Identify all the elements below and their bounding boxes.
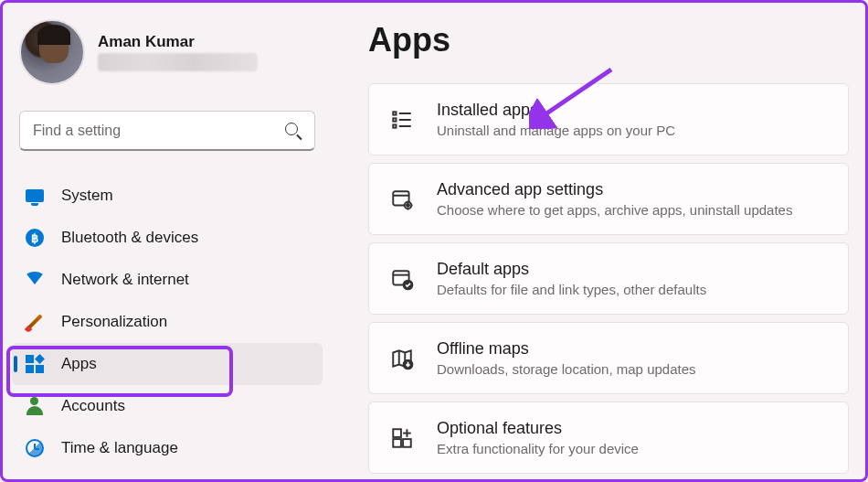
paintbrush-icon: [25, 312, 45, 332]
nav-label: Bluetooth & devices: [61, 229, 198, 247]
card-text: Default apps Defaults for file and link …: [437, 260, 706, 297]
user-email-redacted: [98, 53, 258, 71]
map-download-icon: [389, 346, 415, 371]
search-box[interactable]: [19, 111, 315, 151]
main-content: Apps Installed apps Uninstall and manage…: [332, 3, 865, 479]
apps-icon: [25, 354, 45, 374]
svg-rect-20: [393, 429, 401, 437]
card-desc: Uninstall and manage apps on your PC: [437, 123, 675, 138]
system-icon: [25, 186, 45, 206]
nav-label: Time & language: [61, 439, 178, 457]
nav-label: Accounts: [61, 397, 125, 415]
nav-list: System ฿ Bluetooth & devices Network & i…: [12, 175, 323, 469]
nav-label: System: [61, 187, 113, 205]
card-offline-maps[interactable]: Offline maps Downloads, storage location…: [368, 322, 849, 394]
search-icon: [285, 123, 302, 139]
card-default-apps[interactable]: Default apps Defaults for file and link …: [368, 242, 849, 315]
card-text: Installed apps Uninstall and manage apps…: [437, 101, 675, 138]
nav-label: Apps: [61, 355, 97, 373]
svg-point-9: [407, 203, 409, 206]
sidebar: Aman Kumar System ฿ Bluetooth & devices …: [3, 3, 332, 479]
card-installed-apps[interactable]: Installed apps Uninstall and manage apps…: [368, 83, 849, 155]
search-input[interactable]: [33, 123, 285, 139]
nav-label: Personalization: [61, 313, 167, 331]
nav-item-accounts[interactable]: Accounts: [12, 385, 323, 427]
page-title: Apps: [368, 21, 849, 59]
user-text: Aman Kumar: [98, 33, 258, 71]
clock-globe-icon: [25, 438, 45, 458]
card-title: Default apps: [437, 260, 706, 279]
grid-plus-icon: [389, 425, 415, 451]
svg-rect-4: [393, 124, 396, 127]
wifi-icon: [25, 270, 45, 290]
user-name: Aman Kumar: [98, 33, 258, 51]
card-advanced-apps[interactable]: Advanced app settings Choose where to ge…: [368, 163, 849, 235]
avatar: [19, 19, 85, 85]
person-icon: [25, 396, 45, 416]
nav-item-network[interactable]: Network & internet: [12, 259, 323, 301]
bluetooth-icon: ฿: [25, 228, 45, 248]
card-text: Optional features Extra functionality fo…: [437, 419, 639, 456]
nav-item-bluetooth[interactable]: ฿ Bluetooth & devices: [12, 217, 323, 259]
svg-rect-21: [393, 439, 401, 447]
nav-item-personalization[interactable]: Personalization: [12, 301, 323, 343]
svg-rect-2: [393, 118, 396, 121]
window-gear-icon: [389, 187, 415, 212]
card-desc: Extra functionality for your device: [437, 441, 639, 456]
window-check-icon: [389, 266, 415, 292]
card-optional-features[interactable]: Optional features Extra functionality fo…: [368, 402, 849, 474]
nav-item-time[interactable]: Time & language: [12, 427, 323, 469]
svg-rect-0: [393, 112, 396, 114]
nav-item-apps[interactable]: Apps: [12, 343, 323, 385]
card-title: Offline maps: [437, 339, 696, 359]
list-icon: [389, 107, 415, 133]
card-text: Offline maps Downloads, storage location…: [437, 339, 696, 377]
svg-rect-22: [403, 439, 411, 447]
nav-item-system[interactable]: System: [12, 175, 323, 217]
card-desc: Defaults for file and link types, other …: [437, 282, 706, 297]
card-title: Advanced app settings: [437, 180, 792, 199]
card-desc: Downloads, storage location, map updates: [437, 361, 696, 377]
card-desc: Choose where to get apps, archive apps, …: [437, 202, 792, 218]
nav-label: Network & internet: [61, 271, 189, 289]
card-title: Installed apps: [437, 101, 675, 120]
card-title: Optional features: [437, 419, 639, 438]
card-text: Advanced app settings Choose where to ge…: [437, 180, 792, 218]
user-profile[interactable]: Aman Kumar: [12, 19, 323, 102]
